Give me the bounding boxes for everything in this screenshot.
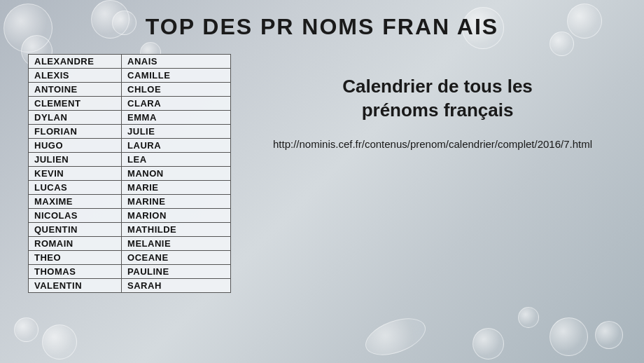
female-name-cell: MARINE bbox=[122, 195, 231, 209]
female-name-cell: PAULINE bbox=[122, 265, 231, 279]
calendar-title-line1: Calendrier de tous les bbox=[342, 76, 533, 97]
table-row: KEVINMANON bbox=[29, 167, 231, 181]
table-row: VALENTINSARAH bbox=[29, 279, 231, 293]
female-name-cell: OCEANE bbox=[122, 251, 231, 265]
female-name-cell: MATHILDE bbox=[122, 223, 231, 237]
table-row: ALEXANDREANAIS bbox=[29, 55, 231, 69]
table-row: ROMAINMELANIE bbox=[29, 237, 231, 251]
female-name-cell: MELANIE bbox=[122, 237, 231, 251]
table-row: QUENTINMATHILDE bbox=[29, 223, 231, 237]
calendar-title-line2: prénoms français bbox=[362, 100, 514, 121]
blob-decoration bbox=[360, 311, 430, 362]
bubble-decoration bbox=[14, 317, 38, 342]
female-name-cell: EMMA bbox=[122, 111, 231, 125]
female-name-cell: CHLOE bbox=[122, 83, 231, 97]
male-name-cell: THOMAS bbox=[29, 265, 122, 279]
male-name-cell: JULIEN bbox=[29, 153, 122, 167]
calendar-title: Calendrier de tous les prénoms français bbox=[273, 75, 602, 123]
female-name-cell: ANAIS bbox=[122, 55, 231, 69]
female-name-cell: CLARA bbox=[122, 97, 231, 111]
table-row: MAXIMEMARINE bbox=[29, 195, 231, 209]
male-name-cell: ALEXIS bbox=[29, 69, 122, 83]
male-name-cell: ROMAIN bbox=[29, 237, 122, 251]
male-name-cell: DYLAN bbox=[29, 111, 122, 125]
bubble-decoration bbox=[42, 324, 77, 359]
page-title: TOP DES PR NOMS FRAN AIS bbox=[28, 14, 616, 40]
male-name-cell: NICOLAS bbox=[29, 209, 122, 223]
table-row: THEOOCEANE bbox=[29, 251, 231, 265]
male-name-cell: HUGO bbox=[29, 139, 122, 153]
male-name-cell: LUCAS bbox=[29, 181, 122, 195]
male-name-cell: QUENTIN bbox=[29, 223, 122, 237]
male-name-cell: THEO bbox=[29, 251, 122, 265]
table-row: HUGOLAURA bbox=[29, 139, 231, 153]
table-row: THOMASPAULINE bbox=[29, 265, 231, 279]
female-name-cell: CAMILLE bbox=[122, 69, 231, 83]
table-row: LUCASMARIE bbox=[29, 181, 231, 195]
table-row: NICOLASMARION bbox=[29, 209, 231, 223]
content-area: ALEXANDREANAISALEXISCAMILLEANTOINECHLOEC… bbox=[28, 54, 616, 293]
calendar-link[interactable]: http://nominis.cef.fr/contenus/prenom/ca… bbox=[273, 137, 602, 153]
bubble-decoration bbox=[518, 307, 539, 328]
female-name-cell: LAURA bbox=[122, 139, 231, 153]
male-name-cell: VALENTIN bbox=[29, 279, 122, 293]
female-name-cell: MARION bbox=[122, 209, 231, 223]
female-name-cell: JULIE bbox=[122, 125, 231, 139]
male-name-cell: CLEMENT bbox=[29, 97, 122, 111]
male-name-cell: FLORIAN bbox=[29, 125, 122, 139]
male-name-cell: ANTOINE bbox=[29, 83, 122, 97]
names-table: ALEXANDREANAISALEXISCAMILLEANTOINECHLOEC… bbox=[28, 54, 231, 293]
table-row: DYLANEMMA bbox=[29, 111, 231, 125]
female-name-cell: MANON bbox=[122, 167, 231, 181]
table-row: CLEMENTCLARA bbox=[29, 97, 231, 111]
table-row: JULIENLEA bbox=[29, 153, 231, 167]
table-row: ANTOINECHLOE bbox=[29, 83, 231, 97]
female-name-cell: SARAH bbox=[122, 279, 231, 293]
right-section: Calendrier de tous les prénoms français … bbox=[259, 54, 616, 166]
female-name-cell: LEA bbox=[122, 153, 231, 167]
male-name-cell: KEVIN bbox=[29, 167, 122, 181]
male-name-cell: MAXIME bbox=[29, 195, 122, 209]
table-row: FLORIANJULIE bbox=[29, 125, 231, 139]
bubble-decoration bbox=[472, 328, 504, 359]
bubble-decoration bbox=[550, 317, 588, 356]
table-row: ALEXISCAMILLE bbox=[29, 69, 231, 83]
female-name-cell: MARIE bbox=[122, 181, 231, 195]
bubble-decoration bbox=[595, 321, 623, 349]
male-name-cell: ALEXANDRE bbox=[29, 55, 122, 69]
